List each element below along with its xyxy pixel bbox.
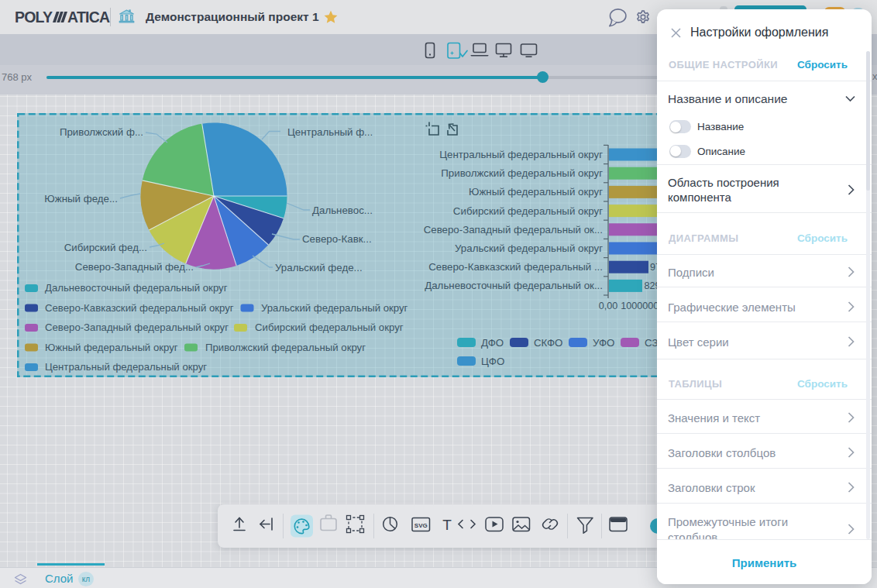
svg-text:Приволжский ф...: Приволжский ф...: [60, 126, 143, 138]
svg-text:Южный федеральный округ: Южный федеральный округ: [45, 342, 178, 353]
svg-text:СКФО: СКФО: [534, 337, 562, 349]
svg-text:Северо-Кавказский федеральный: Северо-Кавказский федеральный ...: [428, 261, 603, 273]
svg-text:Приволжский федеральный округ: Приволжский федеральный округ: [205, 342, 366, 353]
svg-text:Северо-Западный федеральный ок: Северо-Западный федеральный ок...: [424, 224, 603, 236]
svg-text:ЦФО: ЦФО: [481, 356, 504, 367]
svg-text:0,00: 0,00: [599, 301, 618, 311]
svg-text:ДФО: ДФО: [481, 337, 504, 349]
svg-text:T: T: [442, 517, 452, 533]
svg-text:УФО: УФО: [593, 337, 614, 349]
svg-text:Северо-Кавказский федеральный: Северо-Кавказский федеральный округ: [45, 302, 234, 314]
svg-text:Дальневос...: Дальневос...: [312, 205, 373, 216]
svg-text:Сибирский федеральный округ: Сибирский федеральный округ: [453, 205, 603, 217]
svg-text:Дальневосточный федеральный ок: Дальневосточный федеральный округ: [45, 282, 228, 294]
svg-text:Дальневосточный федеральный ок: Дальневосточный федеральный ок...: [425, 280, 603, 291]
svg-text:Приволжский федеральный округ: Приволжский федеральный округ: [441, 167, 603, 179]
svg-text:Уральский федеральный округ: Уральский федеральный округ: [455, 242, 603, 254]
svg-text:Южный феде...: Южный феде...: [44, 193, 118, 205]
svg-text:Уральский феде...: Уральский феде...: [275, 262, 363, 273]
svg-text:Северо-Западный федеральный ок: Северо-Западный федеральный округ: [45, 322, 229, 333]
svg-text:Центральный федеральный округ: Центральный федеральный округ: [439, 149, 603, 160]
svg-text:Северо-Кавк...: Северо-Кавк...: [302, 233, 372, 245]
svg-text:Центральный федеральный округ: Центральный федеральный округ: [45, 361, 207, 373]
svg-text:Центральный ф...: Центральный ф...: [287, 126, 373, 138]
svg-text:Сибирский федеральный округ: Сибирский федеральный округ: [255, 322, 404, 333]
svg-text:Южный федеральный округ: Южный федеральный округ: [469, 186, 603, 198]
svg-text:SVG: SVG: [414, 522, 428, 529]
svg-text:Уральский федеральный округ: Уральский федеральный округ: [261, 302, 408, 314]
svg-text:Северо-Западный фед...: Северо-Западный фед...: [75, 261, 194, 273]
svg-text:Сибирский фед...: Сибирский фед...: [64, 242, 147, 253]
